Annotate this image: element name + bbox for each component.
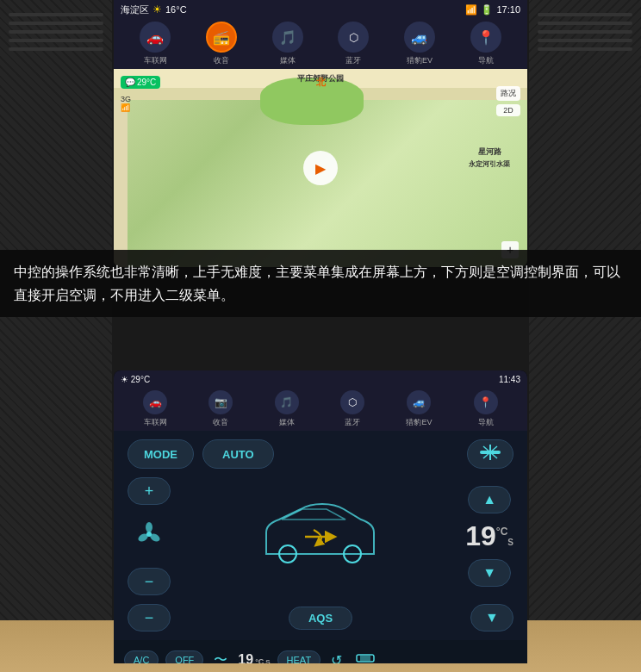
fan-speed-minus-button[interactable]: − [128,568,171,595]
bottom-nav-icon: 📍 [474,390,498,414]
signal-icon: 📶 [465,4,477,16]
nav-icon: 📍 [470,22,501,53]
carlink-label: 车联网 [144,55,167,66]
bottom-media-label: 媒体 [279,417,295,428]
temp-down-button[interactable]: ▼ [468,559,511,587]
footer-temp-unit: °C [255,657,264,663]
nav-ev[interactable]: 🚙 猎豹EV [404,22,435,66]
bottom-carlink-icon: 🚗 [143,390,167,414]
bottom-nav-navigation[interactable]: 📍 导航 [474,390,498,428]
temp-up-button[interactable]: ▲ [468,486,511,513]
nav-media[interactable]: 🎵 媒体 [272,22,303,66]
auto-button[interactable]: AUTO [202,439,274,469]
bottom-status-right: 11:43 [499,375,520,384]
bluetooth-icon: ⬡ [338,22,369,53]
bottom-radio-label: 收音 [213,417,228,428]
top-status-bar: 海淀区 ☀ 16°C 📶 🔋 17:10 [114,0,527,19]
bottom-nav-media[interactable]: 🎵 媒体 [275,390,299,428]
bluetooth-label: 蓝牙 [345,55,361,66]
rear-defrost-icon [356,651,375,663]
nav-carlink[interactable]: 🚗 车联网 [140,22,171,66]
nav-radio[interactable]: 📻 收音 [206,22,237,66]
temp-unit: °C [496,526,507,538]
map-display[interactable]: 💬 29°C 3G📶 平庄郊野公园 星河路 永定河引水渠 北 ▶ 路况 2D + [114,69,527,267]
bottom-bluetooth-label: 蓝牙 [345,417,360,428]
mode-button[interactable]: MODE [128,439,194,469]
recirculate-button[interactable]: ↺ [327,650,345,664]
ac-aqs-row: − AQS ▼ [128,604,513,632]
nav-bluetooth[interactable]: ⬡ 蓝牙 [338,22,369,66]
view-mode-btn[interactable]: 2D [496,104,520,116]
bottom-nav-bluetooth[interactable]: ⬡ 蓝牙 [340,390,364,428]
radio-icon: 📻 [206,22,237,53]
bottom-carlink-label: 车联网 [144,417,167,428]
ac-control-panel: MODE AUTO + [114,431,527,640]
car-airflow-svg [249,494,387,580]
map-green-park [260,78,364,125]
signal-strength: 3G📶 [121,95,131,112]
footer-temp-value: 19 [238,652,253,663]
map-play-button[interactable]: ▶ [303,151,338,185]
bottom-time: 11:43 [499,375,520,384]
bottom-bluetooth-icon: ⬡ [340,390,364,414]
wind-mode-button[interactable]: 〜 [210,650,231,664]
media-label: 媒体 [280,55,296,66]
svg-point-5 [146,522,152,532]
nav-navigation[interactable]: 📍 导航 [470,22,501,66]
airflow-display [171,494,465,580]
battery-icon: 🔋 [481,4,493,16]
rear-defrost-button[interactable] [352,650,378,663]
traffic-btn[interactable]: 路况 [496,86,520,101]
footer-temp-sub: S [265,658,270,663]
status-left: 海淀区 ☀ 16°C [121,3,187,16]
time-display: 17:10 [496,4,520,15]
bottom-nav-icons-row: 🚗 车联网 📷 收音 🎵 媒体 ⬡ 蓝牙 🚙 猎豹EV 📍 导航 [114,388,527,431]
bottom-radio-icon: 📷 [208,390,233,414]
right-down-button[interactable]: ▼ [470,604,513,632]
bottom-ac-screen: ☀ 29°C 11:43 🚗 车联网 📷 收音 🎵 媒体 ⬡ 蓝牙 🚙 猎豹EV [114,370,527,663]
aqs-button[interactable]: AQS [289,607,352,630]
map-right-panel: 路况 2D [496,86,520,116]
bottom-ev-label: 猎豹EV [406,417,432,428]
bottom-weather-icon: ☀ [121,375,128,384]
north-indicator: 北 [316,76,326,89]
bottom-ev-icon: 🚙 [407,390,431,414]
bottom-nav-radio[interactable]: 📷 收音 [208,390,233,428]
bottom-nav-label: 导航 [478,417,494,428]
bottom-status-left: ☀ 29°C [121,375,150,384]
status-right: 📶 🔋 17:10 [465,4,520,16]
defrost-button[interactable] [467,439,513,469]
bottom-status-bar: ☀ 29°C 11:43 [114,370,527,388]
carlink-icon: 🚗 [140,22,171,53]
ev-icon: 🚙 [404,22,435,53]
carbon-fiber-left [0,0,112,672]
temperature-controls: ▲ 19°CS ▼ [465,486,513,587]
ac-controls-middle: + − [128,477,513,595]
temp-sub: S [507,538,513,547]
star-river-road-label: 星河路 [478,146,501,158]
location-text: 海淀区 [121,3,149,16]
fan-speed-plus-button[interactable]: + [128,477,171,505]
fan-icon [137,522,161,551]
nav-label: 导航 [478,55,494,66]
defrost-icon [478,445,502,460]
ev-label: 猎豹EV [407,55,433,66]
weather-icon: ☀ [152,3,162,16]
bottom-nav-ev[interactable]: 🚙 猎豹EV [406,390,432,428]
radio-label: 收音 [214,55,229,66]
ac-on-button[interactable]: A/C [124,650,159,663]
bottom-temperature: 29°C [131,375,150,384]
wechat-count: 29°C [137,78,156,87]
map-road-vertical-1 [114,100,128,267]
bottom-nav-carlink[interactable]: 🚗 车联网 [143,390,167,428]
wechat-icon: 💬 [125,78,135,87]
top-infotainment-screen: 海淀区 ☀ 16°C 📶 🔋 17:10 🚗 车联网 📻 收音 🎵 媒体 ⬡ 蓝… [114,0,527,267]
temperature-display-large: 19°CS [465,520,513,552]
heat-button[interactable]: HEAT [277,650,321,663]
ac-off-button[interactable]: OFF [165,650,203,663]
commentary-paragraph: 中控的操作系统也非常清晰，上手无难度，主要菜单集成在屏幕上方，下方则是空调控制界… [14,260,627,307]
commentary-text-overlay: 中控的操作系统也非常清晰，上手无难度，主要菜单集成在屏幕上方，下方则是空调控制界… [0,250,641,317]
ac-footer-controls: A/C OFF 〜 19°CS HEAT ↺ [114,640,527,663]
temperature-display: 16°C [165,4,187,15]
left-minus-button[interactable]: − [128,604,171,632]
